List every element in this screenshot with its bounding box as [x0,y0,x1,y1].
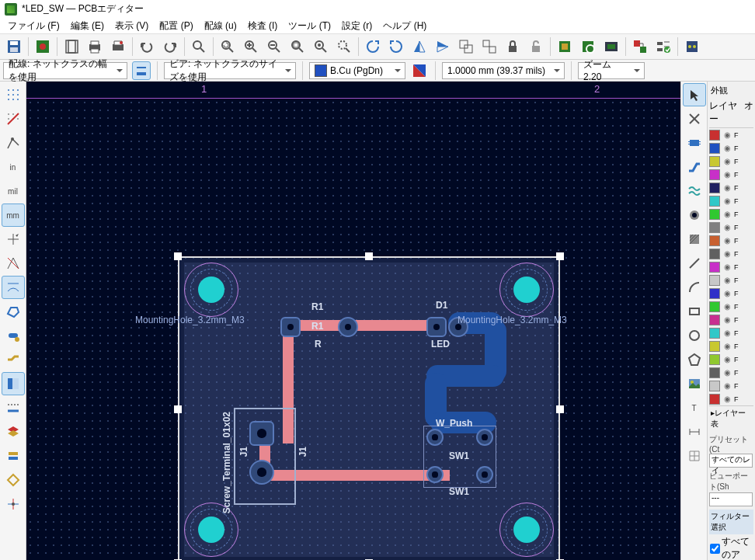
add-image-icon[interactable] [683,372,706,395]
undo-icon[interactable] [136,36,158,57]
add-text-icon[interactable]: T [683,396,706,419]
add-circle-icon[interactable] [683,324,706,347]
select-tool-icon[interactable] [683,83,706,106]
layer-row[interactable]: ◉F [709,234,753,247]
eye-icon[interactable]: ◉ [722,341,732,352]
eye-icon[interactable]: ◉ [722,354,732,365]
preset-combo[interactable]: すべてのレイ [709,454,753,468]
pad-sw1-3[interactable] [426,466,444,483]
layer-row[interactable]: ◉F [709,353,753,366]
layers-manager-icon[interactable] [2,420,25,443]
ratsnest-icon[interactable] [2,252,25,275]
eye-icon[interactable]: ◉ [722,275,732,286]
layer-row[interactable]: ◉F [709,207,753,221]
eye-icon[interactable]: ◉ [722,301,732,312]
footprint-editor-icon[interactable] [554,36,576,57]
pad-sw1-4[interactable] [476,466,493,483]
via-size-combo[interactable]: ビア: ネットクラスのサイズを使用 [164,62,296,79]
eye-icon[interactable]: ◉ [722,367,732,378]
add-dimension-icon[interactable] [683,420,706,443]
eye-icon[interactable]: ◉ [722,222,732,233]
eye-icon[interactable]: ◉ [722,130,732,141]
layer-row[interactable]: ◉F [709,181,753,194]
layer-row[interactable]: ◉F [709,326,753,339]
eye-icon[interactable]: ◉ [722,328,732,339]
eye-icon[interactable]: ◉ [722,262,732,273]
eye-icon[interactable]: ◉ [722,196,732,207]
plot-icon[interactable] [107,36,129,57]
menu-edit[interactable]: 編集 (E) [66,18,109,34]
add-arc-icon[interactable] [683,276,706,299]
page-settings-icon[interactable] [61,36,82,57]
layer-row[interactable]: ◉F [709,366,753,379]
add-via-icon[interactable] [683,203,706,227]
layer-row[interactable]: ◉F [709,128,753,141]
filter-all[interactable]: すべてのア [709,534,753,560]
eye-icon[interactable]: ◉ [722,183,732,193]
layer-row[interactable]: ◉F [709,300,753,313]
eye-icon[interactable]: ◉ [722,156,732,167]
3d-viewer-icon[interactable] [600,36,622,57]
menu-inspect[interactable]: 検査 (I) [243,18,283,34]
zoom-out-icon[interactable] [263,36,285,57]
layer-row[interactable]: ◉F [709,194,753,207]
layer-row[interactable]: ◉F [709,379,753,392]
units-in[interactable]: in [2,155,25,179]
mounting-hole-br[interactable] [499,503,554,557]
eye-icon[interactable]: ◉ [722,315,732,325]
board-setup-icon[interactable] [32,36,54,57]
route-track-icon[interactable] [683,155,706,179]
zoom-fit-icon[interactable] [287,36,308,57]
ungroup-icon[interactable] [478,36,500,57]
layer-row[interactable]: ◉F [709,247,753,260]
menu-place[interactable]: 配置 (P) [155,18,197,34]
footprint-viewer-icon[interactable] [577,36,599,57]
contrast-icon[interactable] [2,372,25,395]
mounting-hole-tl[interactable] [184,263,238,317]
group-icon[interactable] [455,36,477,57]
grid-dots-icon[interactable] [2,83,25,106]
track-width-auto-icon[interactable] [132,61,151,80]
eye-icon[interactable]: ◉ [722,249,732,259]
layer-combo[interactable]: B.Cu (PgDn) [309,62,405,79]
menu-help[interactable]: ヘルプ (H) [378,18,431,34]
script-icon[interactable] [681,36,703,57]
grid-combo[interactable]: 1.0000 mm (39.37 mils) [442,62,565,79]
layer-display-opts[interactable]: ▸レイヤー表 [709,405,753,431]
grid-override-icon[interactable] [2,107,25,130]
flip-board-icon[interactable] [2,444,25,468]
layer-row[interactable]: ◉F [709,287,753,300]
layer-row[interactable]: ◉F [709,339,753,353]
zoom-region-icon[interactable] [310,36,332,57]
layer-row[interactable]: ◉F [709,313,753,326]
eye-icon[interactable]: ◉ [722,394,732,405]
zoom-in-icon[interactable] [240,36,262,57]
save-icon[interactable] [3,36,25,57]
tab-layers[interactable]: レイヤー [709,99,741,126]
layer-row[interactable]: ◉F [709,392,753,405]
mirror-v-icon[interactable] [409,36,430,57]
route-diff-icon[interactable] [683,179,706,203]
mirror-h-icon[interactable] [432,36,454,57]
pad-j1-1[interactable] [249,421,274,446]
redo-icon[interactable] [159,36,181,57]
pad-d1-1[interactable] [426,317,447,337]
outline-pads-icon[interactable] [2,324,25,347]
locked-items-icon[interactable] [2,468,25,492]
layer-row[interactable]: ◉F [709,155,753,168]
pad-j1-2[interactable] [249,460,274,485]
find-icon[interactable] [188,36,210,57]
highlight-net-icon[interactable] [683,107,706,130]
place-footprint-icon[interactable] [683,131,706,155]
add-zone-icon[interactable] [683,228,706,251]
menu-view[interactable]: 表示 (V) [110,18,153,34]
add-poly-icon[interactable] [683,348,706,371]
net-colors-icon[interactable] [2,396,25,419]
cursor-shape-icon[interactable] [2,228,25,251]
add-line-icon[interactable] [683,252,706,275]
zoom-combo[interactable]: ズーム 2.20 [578,62,645,79]
layer-row[interactable]: ◉F [709,260,753,273]
menu-settings[interactable]: 設定 (r) [337,18,377,34]
layer-row[interactable]: ◉F [709,273,753,287]
menu-file[interactable]: ファイル (F) [3,18,64,34]
